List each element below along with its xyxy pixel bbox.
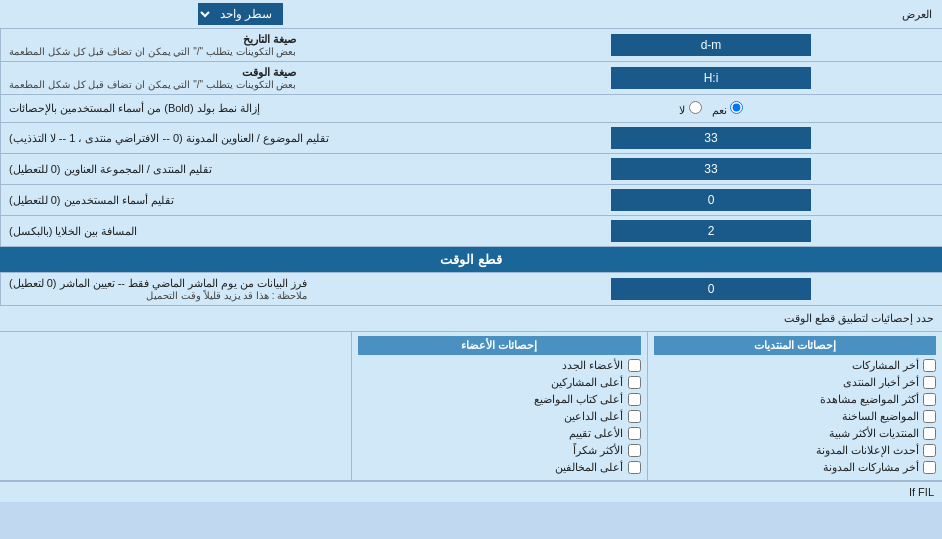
- check-most-warned[interactable]: [628, 461, 641, 474]
- forum-nav-input[interactable]: [611, 158, 811, 180]
- cutoff-input-cell: [480, 273, 942, 305]
- check-latest-announces-label: أحدث الإعلانات المدونة: [816, 444, 919, 457]
- check-most-viewed-label: أكثر المواضيع مشاهدة: [820, 393, 919, 406]
- main-container: العرض سطر واحد سطرين ثلاثة أسطر صيغة الت…: [0, 0, 942, 502]
- check-hot-topics[interactable]: [923, 410, 936, 423]
- check-last-news-label: أخر أخبار المنتدى: [843, 376, 919, 389]
- cell-spacing-row: المسافة بين الخلايا (بالبكسل): [0, 216, 942, 247]
- forum-nav-label: تقليم المنتدى / المجموعة العناوين (0 للت…: [0, 154, 480, 184]
- check-item: أكثر المواضيع مشاهدة: [654, 391, 937, 408]
- dropdown-area: سطر واحد سطرين ثلاثة أسطر: [0, 0, 480, 28]
- cutoff-row: فرز البيانات من يوم الماشر الماضي فقط --…: [0, 273, 942, 306]
- check-top-posters-label: أعلى المشاركين: [551, 376, 623, 389]
- radio-no[interactable]: [689, 101, 702, 114]
- check-blog-posts[interactable]: [923, 461, 936, 474]
- bottom-text: If FIL: [909, 486, 934, 498]
- check-highest-rated-label: الأعلى تقييم: [569, 427, 623, 440]
- check-last-posts[interactable]: [923, 359, 936, 372]
- check-most-thanked[interactable]: [628, 444, 641, 457]
- display-select[interactable]: سطر واحد سطرين ثلاثة أسطر: [198, 3, 283, 25]
- forum-stats-header: إحصائات المنتديات: [654, 336, 937, 355]
- cell-spacing-label: المسافة بين الخلايا (بالبكسل): [0, 216, 480, 246]
- limit-label: حدد إحصائيات لتطبيق قطع الوقت: [8, 312, 934, 325]
- radio-yes-label[interactable]: نعم: [712, 101, 743, 117]
- check-item: أحدث الإعلانات المدونة: [654, 442, 937, 459]
- check-similar-forums-label: المنتديات الأكثر شبية: [829, 427, 919, 440]
- check-most-warned-label: أعلى المخالفين: [555, 461, 623, 474]
- section-title: العرض: [480, 4, 942, 25]
- time-format-row: صيغة الوقت بعض التكوينات يتطلب "/" التي …: [0, 62, 942, 95]
- forum-nav-input-cell: [480, 154, 942, 184]
- time-format-label: صيغة الوقت بعض التكوينات يتطلب "/" التي …: [0, 62, 480, 94]
- date-format-row: صيغة التاريخ بعض التكوينات يتطلب "/" الت…: [0, 29, 942, 62]
- topic-nav-label: تقليم الموضوع / العناوين المدونة (0 -- ا…: [0, 123, 480, 153]
- date-format-input-cell: [480, 29, 942, 61]
- check-hot-topics-label: المواضيع الساخنة: [842, 410, 919, 423]
- check-item: الأعضاء الجدد: [358, 357, 641, 374]
- check-item: أعلى المشاركين: [358, 374, 641, 391]
- check-item: الأعلى تقييم: [358, 425, 641, 442]
- user-nav-input[interactable]: [611, 189, 811, 211]
- check-item: أعلى المخالفين: [358, 459, 641, 476]
- member-stats-header: إحصائات الأعضاء: [358, 336, 641, 355]
- cutoff-label: فرز البيانات من يوم الماشر الماضي فقط --…: [0, 273, 480, 305]
- cutoff-section-header: قطع الوقت: [0, 247, 942, 273]
- check-item: الأكثر شكراً: [358, 442, 641, 459]
- check-blog-posts-label: أخر مشاركات المدونة: [823, 461, 919, 474]
- date-format-label: صيغة التاريخ بعض التكوينات يتطلب "/" الت…: [0, 29, 480, 61]
- date-format-title: صيغة التاريخ: [9, 33, 296, 46]
- user-nav-row: تقليم أسماء المستخدمين (0 للتعطيل): [0, 185, 942, 216]
- cutoff-section-title: قطع الوقت: [0, 248, 942, 271]
- bold-remove-label: إزالة نمط بولد (Bold) من أسماء المستخدمي…: [0, 95, 480, 122]
- radio-no-label[interactable]: لا: [679, 101, 701, 117]
- cutoff-main-label: فرز البيانات من يوم الماشر الماضي فقط --…: [9, 277, 307, 290]
- check-item: المواضيع الساخنة: [654, 408, 937, 425]
- check-item: أخر مشاركات المدونة: [654, 459, 937, 476]
- check-item: المنتديات الأكثر شبية: [654, 425, 937, 442]
- check-last-posts-label: أخر المشاركات: [852, 359, 919, 372]
- bold-remove-row: نعم لا إزالة نمط بولد (Bold) من أسماء ال…: [0, 95, 942, 123]
- cell-spacing-input-cell: [480, 216, 942, 246]
- check-top-inviters-label: أعلى الداعين: [564, 410, 623, 423]
- check-most-thanked-label: الأكثر شكراً: [573, 444, 623, 457]
- topic-nav-input-cell: [480, 123, 942, 153]
- topic-nav-row: تقليم الموضوع / العناوين المدونة (0 -- ا…: [0, 123, 942, 154]
- right-spacer-col: [0, 332, 351, 480]
- check-top-inviters[interactable]: [628, 410, 641, 423]
- cutoff-note: ملاحظة : هذا قد يزيد قليلاً وقت التحميل: [9, 290, 307, 301]
- bold-radio-cell: نعم لا: [480, 95, 942, 122]
- check-similar-forums[interactable]: [923, 427, 936, 440]
- time-format-input-cell: [480, 62, 942, 94]
- check-new-members-label: الأعضاء الجدد: [562, 359, 623, 372]
- radio-yes[interactable]: [730, 101, 743, 114]
- user-nav-label: تقليم أسماء المستخدمين (0 للتعطيل): [0, 185, 480, 215]
- top-header-row: العرض سطر واحد سطرين ثلاثة أسطر: [0, 0, 942, 29]
- member-stats-col: إحصائات الأعضاء الأعضاء الجدد أعلى المشا…: [351, 332, 647, 480]
- bold-radio-group: نعم لا: [679, 101, 742, 117]
- date-format-input[interactable]: [611, 34, 811, 56]
- check-highest-rated[interactable]: [628, 427, 641, 440]
- cutoff-input[interactable]: [611, 278, 811, 300]
- check-new-members[interactable]: [628, 359, 641, 372]
- check-top-topic-writers-label: أعلى كتاب المواضيع: [534, 393, 623, 406]
- check-last-news[interactable]: [923, 376, 936, 389]
- check-top-topic-writers[interactable]: [628, 393, 641, 406]
- user-nav-input-cell: [480, 185, 942, 215]
- checkboxes-area: إحصائات المنتديات أخر المشاركات أخر أخبا…: [0, 332, 942, 481]
- cell-spacing-input[interactable]: [611, 220, 811, 242]
- check-latest-announces[interactable]: [923, 444, 936, 457]
- check-item: أعلى كتاب المواضيع: [358, 391, 641, 408]
- check-item: أعلى الداعين: [358, 408, 641, 425]
- check-top-posters[interactable]: [628, 376, 641, 389]
- date-format-sublabel: بعض التكوينات يتطلب "/" التي يمكن ان تضا…: [9, 46, 296, 57]
- time-format-title: صيغة الوقت: [9, 66, 296, 79]
- topic-nav-input[interactable]: [611, 127, 811, 149]
- limit-row: حدد إحصائيات لتطبيق قطع الوقت: [0, 306, 942, 332]
- forum-stats-col: إحصائات المنتديات أخر المشاركات أخر أخبا…: [647, 332, 943, 480]
- forum-nav-row: تقليم المنتدى / المجموعة العناوين (0 للت…: [0, 154, 942, 185]
- time-format-sublabel: بعض التكوينات يتطلب "/" التي يمكن ان تضا…: [9, 79, 296, 90]
- bottom-text-row: If FIL: [0, 481, 942, 502]
- time-format-input[interactable]: [611, 67, 811, 89]
- check-item: أخر أخبار المنتدى: [654, 374, 937, 391]
- check-most-viewed[interactable]: [923, 393, 936, 406]
